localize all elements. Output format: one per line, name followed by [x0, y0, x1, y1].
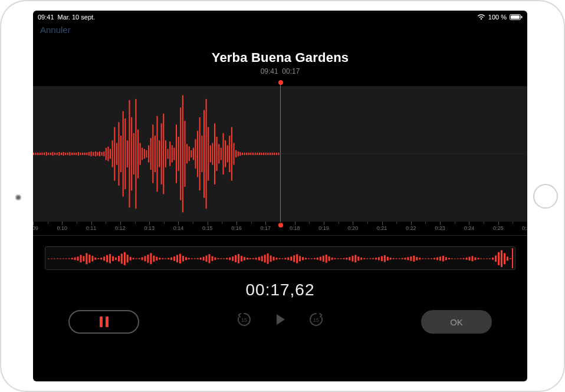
svg-rect-19 — [67, 153, 68, 155]
ok-label: OK — [450, 317, 463, 327]
svg-rect-48 — [129, 100, 130, 207]
svg-rect-145 — [341, 153, 342, 154]
home-button[interactable] — [533, 184, 558, 209]
svg-rect-67 — [169, 141, 170, 166]
svg-rect-363 — [454, 259, 456, 259]
svg-rect-208 — [490, 153, 491, 154]
svg-rect-326 — [346, 258, 347, 259]
svg-rect-9 — [46, 152, 47, 156]
svg-rect-257 — [144, 256, 146, 261]
svg-rect-312 — [305, 258, 307, 260]
svg-rect-42 — [116, 143, 117, 164]
svg-rect-308 — [293, 255, 295, 262]
svg-rect-112 — [265, 153, 267, 155]
svg-rect-380 — [504, 253, 505, 264]
svg-rect-237 — [86, 253, 87, 264]
svg-rect-317 — [320, 257, 321, 261]
svg-rect-68 — [172, 146, 173, 163]
svg-rect-182 — [429, 153, 429, 154]
svg-rect-207 — [488, 153, 488, 154]
skip-back-15-button[interactable]: 15 — [236, 311, 252, 328]
svg-rect-290 — [241, 256, 242, 261]
svg-rect-173 — [408, 153, 408, 154]
svg-rect-203 — [478, 153, 479, 154]
playhead[interactable] — [280, 83, 281, 225]
ruler-label: 0:14 — [173, 225, 184, 231]
status-bar: 09:41 Mar. 10 sept. 100 % — [33, 11, 527, 22]
svg-rect-16 — [61, 153, 62, 155]
svg-rect-141 — [332, 153, 333, 154]
svg-rect-90 — [218, 144, 219, 163]
svg-rect-227 — [57, 258, 58, 259]
svg-rect-83 — [203, 110, 205, 198]
ruler-label: 0:26 — [522, 225, 527, 231]
svg-rect-95 — [229, 136, 230, 172]
svg-rect-156 — [367, 153, 368, 154]
svg-rect-161 — [379, 153, 380, 154]
front-camera — [15, 195, 21, 200]
svg-rect-216 — [509, 153, 510, 154]
svg-rect-323 — [337, 258, 339, 259]
waveform-main[interactable] — [33, 86, 527, 222]
status-time: 09:41 — [38, 14, 54, 21]
svg-rect-196 — [462, 153, 462, 154]
svg-rect-265 — [167, 258, 169, 260]
svg-rect-132 — [311, 153, 311, 154]
svg-rect-82 — [201, 136, 202, 172]
svg-rect-46 — [124, 118, 126, 189]
svg-rect-43 — [119, 122, 120, 186]
svg-rect-325 — [343, 258, 344, 259]
svg-rect-343 — [396, 258, 398, 259]
svg-rect-192 — [452, 153, 453, 154]
ruler-label: 0:24 — [464, 225, 475, 231]
svg-rect-109 — [259, 153, 260, 155]
play-button[interactable] — [272, 312, 288, 327]
svg-rect-62 — [159, 140, 160, 167]
skip-forward-15-button[interactable]: 15 — [308, 311, 324, 328]
ruler-label: 0:17 — [261, 225, 271, 231]
waveform-overview[interactable] — [45, 246, 515, 270]
svg-rect-35 — [101, 152, 103, 156]
svg-rect-97 — [234, 143, 235, 164]
svg-rect-256 — [142, 257, 143, 260]
svg-rect-378 — [498, 252, 500, 265]
svg-rect-199 — [469, 153, 469, 154]
svg-rect-382 — [510, 258, 511, 259]
svg-rect-187 — [441, 153, 441, 154]
pause-button[interactable] — [68, 310, 139, 334]
svg-rect-108 — [257, 153, 258, 155]
svg-rect-223 — [525, 153, 526, 154]
svg-rect-133 — [313, 153, 314, 154]
svg-rect-130 — [306, 153, 307, 154]
svg-rect-164 — [386, 153, 387, 154]
svg-rect-300 — [270, 255, 272, 262]
cancel-button[interactable]: Annuler — [33, 22, 527, 35]
recording-title[interactable]: Yerba Buena Gardens — [33, 50, 527, 65]
svg-rect-305 — [284, 258, 286, 260]
svg-rect-311 — [302, 257, 304, 260]
svg-rect-131 — [308, 153, 309, 154]
svg-rect-135 — [318, 153, 318, 154]
ruler-label: 0:20 — [347, 225, 358, 231]
svg-rect-281 — [214, 258, 216, 260]
svg-rect-33 — [97, 152, 98, 156]
svg-rect-18 — [65, 153, 66, 155]
ipad-frame: 09:41 Mar. 10 sept. 100 % Annuler Yerba … — [0, 0, 565, 392]
svg-rect-134 — [316, 153, 316, 154]
ruler-label: 0:09 — [33, 225, 38, 231]
svg-rect-85 — [208, 127, 209, 181]
svg-rect-7 — [41, 153, 42, 155]
overview-cursor[interactable] — [512, 248, 513, 268]
svg-rect-304 — [281, 258, 283, 259]
svg-rect-307 — [290, 256, 292, 261]
time-ruler[interactable]: 0:090:100:110:120:130:140:150:160:170:18… — [33, 222, 527, 236]
svg-rect-276 — [200, 258, 202, 260]
ok-button[interactable]: OK — [421, 310, 492, 334]
svg-rect-1 — [511, 15, 520, 19]
svg-rect-47 — [127, 140, 128, 167]
ruler-label: 0:12 — [115, 225, 126, 231]
svg-rect-299 — [267, 253, 269, 264]
svg-rect-313 — [308, 258, 310, 259]
svg-rect-254 — [136, 258, 137, 259]
svg-rect-150 — [353, 153, 354, 154]
